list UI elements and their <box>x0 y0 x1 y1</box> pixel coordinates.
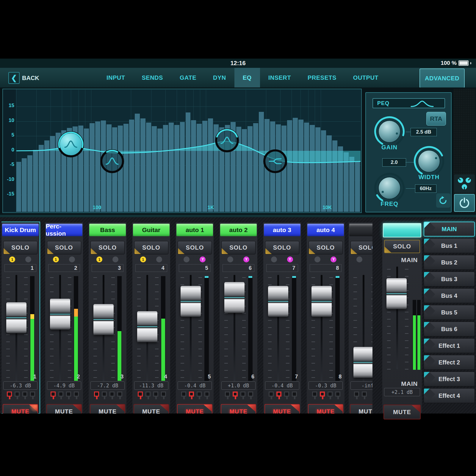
reset-icon <box>438 195 448 206</box>
tab-sends[interactable]: SENDS <box>134 68 171 87</box>
eq-band-node-4[interactable] <box>263 149 287 173</box>
channel-label[interactable]: auto 4 <box>307 224 344 236</box>
fader-handle[interactable] <box>50 299 70 330</box>
bus-select-bus-1[interactable]: Bus 1 <box>424 238 475 253</box>
main-fader-handle[interactable] <box>386 278 407 309</box>
solo-button[interactable]: SOLO <box>90 241 125 254</box>
mute-glow <box>29 404 38 413</box>
mute-button[interactable]: MUTE <box>46 404 82 414</box>
assign-square <box>138 392 143 397</box>
mute-button[interactable]: MUTE <box>134 404 169 414</box>
mute-button[interactable]: MUTE <box>221 404 256 414</box>
mute-button[interactable]: MUTE <box>308 404 343 414</box>
eq-band-node-3[interactable] <box>215 129 239 152</box>
eq-band-node-2[interactable] <box>100 149 124 173</box>
filter-type-select[interactable]: PEQ <box>372 98 445 108</box>
fader-handle[interactable] <box>6 302 26 333</box>
tab-eq[interactable]: EQ <box>234 68 260 87</box>
bus-select-main[interactable]: MAIN <box>424 222 475 237</box>
tab-dyn[interactable]: DYN <box>205 68 234 87</box>
level-readout: -inf <box>350 381 372 390</box>
shelf-filter-icon <box>268 156 282 166</box>
bus-select-bus-5[interactable]: Bus 5 <box>424 305 475 320</box>
solo-button[interactable]: SOLO <box>265 241 299 254</box>
eq-plot[interactable]: 1001K10K <box>16 90 361 212</box>
three-knobs-icon <box>456 176 472 191</box>
mute-button[interactable]: MUTE <box>3 404 38 414</box>
assign-square <box>335 392 340 397</box>
channel-strip-wrap: auto 3SOLOY77-0.4 dBMUTE <box>263 215 305 414</box>
tab-presets[interactable]: PRESETS <box>299 68 345 87</box>
channel-label[interactable] <box>349 224 372 236</box>
bus-select-bus-4[interactable]: Bus 4 <box>424 288 475 303</box>
fader-handle[interactable] <box>137 311 157 342</box>
assign-square-stem <box>227 396 228 399</box>
main-solo-button[interactable]: SOLO <box>384 240 420 253</box>
mute-button[interactable]: MUTE <box>90 404 125 414</box>
eq-power-button[interactable] <box>454 194 475 212</box>
fader-handle[interactable] <box>353 347 372 378</box>
channel-strip-5: auto 1SOLOY55-0.4 dBMUTE <box>176 223 214 413</box>
status-bar: 12:16 100 % <box>0 59 476 68</box>
solo-button[interactable]: SOLO <box>134 241 168 254</box>
channel-label[interactable]: Bass <box>89 224 126 236</box>
bus-select-effect-1[interactable]: Effect 1 <box>424 338 475 353</box>
freq-knob[interactable] <box>373 172 406 204</box>
freq-tick-label: 10K <box>322 205 332 211</box>
reset-button[interactable] <box>436 193 450 208</box>
db-tick-label: -10 <box>4 176 14 182</box>
back-button[interactable]: ❮ BACK <box>8 72 39 84</box>
channel-label[interactable]: Kick Drum <box>2 224 39 236</box>
fader-handle[interactable] <box>268 286 288 317</box>
mute-button[interactable]: MUTE <box>177 404 212 414</box>
gray-indicator <box>227 256 233 262</box>
bus-select-bus-2[interactable]: Bus 2 <box>424 255 475 270</box>
solo-button[interactable]: SOLO <box>309 241 343 254</box>
gray-indicator <box>69 256 75 262</box>
tab-output[interactable]: OUTPUT <box>345 68 387 87</box>
channel-label[interactable]: auto 2 <box>220 224 257 236</box>
tab-gate[interactable]: GATE <box>171 68 205 87</box>
magenta-indicator: Y <box>331 256 336 262</box>
solo-button[interactable]: SOLO <box>221 241 256 254</box>
assign-square <box>74 392 79 397</box>
bus-select-effect-3[interactable]: Effect 3 <box>424 372 475 386</box>
bus-select-effect-2[interactable]: Effect 2 <box>424 355 475 370</box>
main-scribble[interactable] <box>383 223 421 237</box>
meter-segment <box>118 331 121 381</box>
assign-square <box>233 392 238 397</box>
fader-handle[interactable] <box>181 286 201 317</box>
fader-handle[interactable] <box>311 286 332 317</box>
main-mute-button[interactable]: MUTE <box>383 405 421 419</box>
bus-select-effect-4[interactable]: Effect 4 <box>424 388 475 403</box>
solo-button[interactable]: SOLO <box>3 241 37 254</box>
fader-handle[interactable] <box>224 282 245 313</box>
advanced-button[interactable]: ADVANCED <box>419 68 465 88</box>
bus-select-bus-6[interactable]: Bus 6 <box>424 322 475 336</box>
main-label: MAIN <box>388 256 418 264</box>
mute-button[interactable]: MUTE <box>350 404 372 414</box>
solo-button[interactable]: SOLO <box>350 241 372 254</box>
tab-input[interactable]: INPUT <box>98 68 134 87</box>
channel-label[interactable]: auto 1 <box>176 224 213 236</box>
channel-number-box: 5 <box>179 264 211 272</box>
channel-label[interactable]: Guitar <box>133 224 170 236</box>
width-knob[interactable] <box>413 145 445 178</box>
bell-filter-icon <box>105 156 119 166</box>
channel-settings-button[interactable] <box>454 174 475 193</box>
solo-button[interactable]: SOLO <box>47 241 81 254</box>
mute-button[interactable]: MUTE <box>264 404 300 414</box>
solo-button[interactable]: SOLO <box>178 241 212 254</box>
eq-band-node-1[interactable] <box>58 131 84 157</box>
bus-select-bus-3[interactable]: Bus 3 <box>424 272 475 286</box>
level-meter <box>248 276 253 381</box>
fader-handle[interactable] <box>93 304 114 335</box>
tab-insert[interactable]: INSERT <box>260 68 299 87</box>
tab-bar: INPUTSENDSGATEDYNEQINSERTPRESETSOUTPUT <box>98 68 387 87</box>
channel-label[interactable]: Perc- ussion <box>46 224 82 236</box>
rta-button[interactable]: RTA <box>426 112 446 126</box>
assign-square <box>354 392 359 397</box>
eq-section: 1001K10K 151050-5-10-15 PEQ RTA 2.5 dB G… <box>0 87 476 215</box>
gain-knob[interactable] <box>373 115 406 148</box>
channel-label[interactable]: auto 3 <box>264 224 300 236</box>
